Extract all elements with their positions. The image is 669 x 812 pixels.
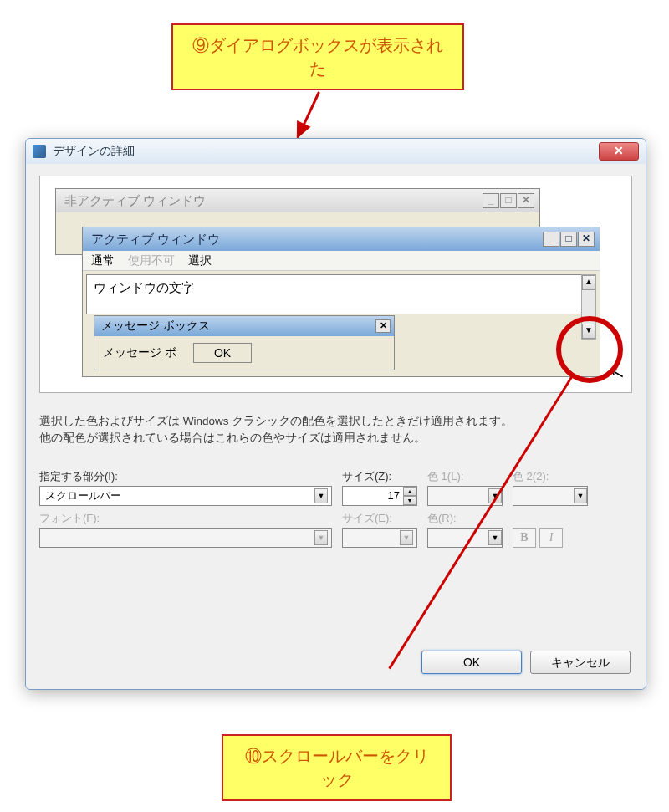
menu-disabled: 使用不可	[128, 253, 175, 268]
active-window-buttons: _ □ ✕	[543, 232, 595, 247]
maximize-icon: □	[560, 232, 577, 247]
part-value: スクロールバー	[45, 488, 121, 503]
color2-label: 色 2(2):	[513, 469, 588, 484]
menu-normal: 通常	[91, 253, 115, 268]
part-label: 指定する部分(I):	[39, 469, 332, 484]
msgbox-title: メッセージ ボックス	[98, 319, 375, 334]
preview-messagebox: メッセージ ボックス ✕ メッセージ ボ OK	[94, 315, 395, 370]
color-r-label: 色(R):	[427, 511, 503, 526]
italic-button: I	[539, 528, 563, 548]
dialog-title: デザインの詳細	[53, 144, 599, 159]
dialog-titlebar[interactable]: デザインの詳細 ✕	[26, 139, 646, 164]
maximize-icon: □	[500, 193, 517, 208]
spin-down-icon[interactable]: ▼	[403, 496, 416, 505]
size-z-value: 17	[346, 489, 403, 502]
scroll-up-icon[interactable]: ▲	[582, 275, 595, 290]
action-buttons: OK キャンセル	[421, 651, 631, 674]
dialog-body: 非アクティブ ウィンドウ _ □ ✕ アクティブ ウィンドウ _ □ ✕	[26, 164, 646, 689]
active-titlebar: アクティブ ウィンドウ _ □ ✕	[83, 227, 600, 251]
form-area: 指定する部分(I): スクロールバー ▼ サイズ(Z): 17 ▲ ▼ 色 1(…	[39, 469, 632, 548]
spacer	[513, 513, 588, 526]
cancel-button[interactable]: キャンセル	[530, 651, 631, 674]
window-text-label: ウィンドウの文字	[94, 280, 194, 294]
highlight-circle	[556, 316, 623, 383]
preview-panel: 非アクティブ ウィンドウ _ □ ✕ アクティブ ウィンドウ _ □ ✕	[39, 176, 632, 393]
size-z-label: サイズ(Z):	[342, 469, 417, 484]
size-e-dropdown: ▼	[342, 528, 417, 548]
preview-content: ウィンドウの文字 ▲ ▼	[86, 274, 596, 314]
color2-dropdown: ▼	[513, 486, 588, 506]
size-z-spinbox[interactable]: 17 ▲ ▼	[342, 486, 417, 506]
msgbox-titlebar: メッセージ ボックス ✕	[94, 316, 394, 336]
inactive-title-text: 非アクティブ ウィンドウ	[61, 193, 483, 209]
msgbox-text: メッセージ ボ	[103, 345, 176, 360]
size-e-label: サイズ(E):	[342, 511, 417, 526]
msgbox-ok-button: OK	[193, 343, 252, 363]
callout-dialog-shown: ⑨ダイアログボックスが表示された	[171, 23, 464, 90]
close-icon: ✕	[578, 232, 595, 247]
font-style-buttons: B I	[513, 528, 588, 548]
chevron-down-icon: ▼	[314, 530, 328, 545]
inactive-titlebar: 非アクティブ ウィンドウ _ □ ✕	[56, 189, 539, 212]
design-details-dialog: デザインの詳細 ✕ 非アクティブ ウィンドウ _ □ ✕ アクティブ ウィン	[25, 138, 646, 690]
callout-click-scrollbar: ⑩スクロールバーをクリック	[222, 734, 452, 801]
font-label: フォント(F):	[39, 511, 332, 526]
font-dropdown: ▼	[39, 528, 332, 548]
msgbox-close-icon: ✕	[375, 319, 391, 333]
chevron-down-icon: ▼	[488, 530, 502, 545]
part-dropdown[interactable]: スクロールバー ▼	[39, 486, 332, 506]
spin-up-icon[interactable]: ▲	[403, 487, 416, 496]
menu-select: 選択	[188, 253, 212, 268]
minimize-icon: _	[483, 193, 499, 208]
arrow-top	[297, 91, 320, 138]
ok-button[interactable]: OK	[421, 651, 522, 674]
msgbox-body: メッセージ ボ OK	[94, 336, 394, 370]
chevron-down-icon: ▼	[400, 530, 413, 545]
preview-menubar: 通常 使用不可 選択	[83, 251, 600, 271]
color1-label: 色 1(L):	[427, 469, 503, 484]
desc-line2: 他の配色が選択されている場合はこれらの色やサイズは適用されません。	[39, 430, 632, 447]
chevron-down-icon: ▼	[574, 488, 587, 503]
close-icon: ✕	[518, 193, 534, 208]
active-title-text: アクティブ ウィンドウ	[88, 232, 543, 248]
app-icon	[33, 145, 46, 158]
bold-button: B	[513, 528, 536, 548]
inactive-window-buttons: _ □ ✕	[483, 193, 534, 208]
minimize-icon: _	[543, 232, 559, 247]
chevron-down-icon[interactable]: ▼	[314, 488, 328, 503]
dialog-close-button[interactable]: ✕	[599, 142, 639, 161]
